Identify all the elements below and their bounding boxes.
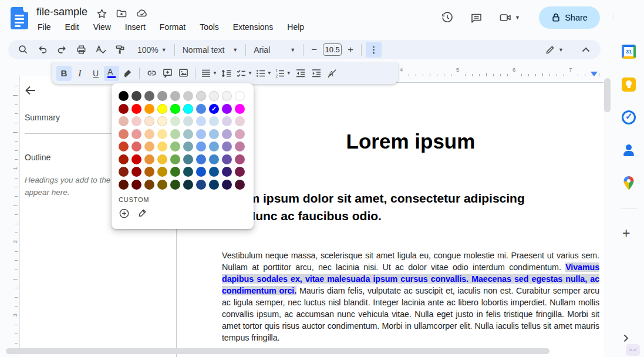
color-swatch-5b0f00[interactable]	[119, 180, 129, 190]
color-swatch-0000ff[interactable]: ✓	[209, 104, 219, 114]
hide-menus-chevron-icon[interactable]	[578, 42, 594, 58]
increase-indent-icon[interactable]	[309, 66, 324, 81]
color-swatch-e6b8af[interactable]	[119, 116, 129, 126]
google-maps-icon[interactable]	[621, 176, 636, 191]
vertical-scrollbar-thumb[interactable]	[604, 78, 611, 112]
color-swatch-d9d9d9[interactable]	[196, 91, 206, 101]
italic-button[interactable]: I	[72, 66, 87, 81]
color-swatch-bf9000[interactable]	[157, 167, 167, 177]
hide-side-panel-chevron-icon[interactable]	[621, 334, 633, 345]
color-swatch-45818e[interactable]	[183, 154, 193, 164]
color-swatch-4c1130[interactable]	[235, 180, 245, 190]
bold-button[interactable]: B	[56, 66, 72, 81]
color-swatch-660000[interactable]	[132, 180, 141, 190]
color-swatch-c9daf8[interactable]	[196, 116, 206, 126]
meet-video-icon[interactable]: ▼	[497, 9, 522, 26]
color-swatch-c27ba0[interactable]	[235, 142, 245, 151]
line-spacing-icon[interactable]	[219, 66, 234, 81]
color-swatch-00ffff[interactable]	[183, 104, 193, 114]
color-swatch-ffd966[interactable]	[157, 142, 167, 151]
undo-icon[interactable]	[35, 42, 50, 58]
google-tasks-icon[interactable]: ✓	[621, 110, 636, 125]
star-icon[interactable]	[96, 8, 107, 19]
color-swatch-674ea7[interactable]	[222, 154, 232, 164]
color-swatch-93c47d[interactable]	[170, 142, 180, 151]
color-swatch-741b47[interactable]	[235, 167, 245, 177]
color-swatch-9fc5e8[interactable]	[209, 129, 219, 139]
font-size-input[interactable]: 10.5	[323, 43, 342, 56]
color-swatch-d9d2e9[interactable]	[222, 116, 232, 126]
zoom-select[interactable]: 100% ▼	[134, 42, 170, 58]
color-swatch-351c75[interactable]	[222, 167, 232, 177]
color-swatch-cccccc[interactable]	[183, 91, 193, 101]
color-swatch-d5a6bd[interactable]	[235, 129, 245, 139]
color-swatch-0b5394[interactable]	[209, 167, 219, 177]
doc-heading-title[interactable]: Lorem ipsum	[222, 130, 599, 153]
numbered-list-button[interactable]: 12 ▼	[274, 66, 292, 81]
editing-mode-select[interactable]: ▼	[541, 42, 567, 58]
color-swatch-ead1dc[interactable]	[235, 116, 245, 126]
color-swatch-e69138[interactable]	[144, 154, 154, 164]
insert-link-icon[interactable]	[144, 66, 159, 81]
align-button[interactable]: ▼	[200, 66, 218, 81]
color-swatch-ff00ff[interactable]	[235, 104, 245, 114]
color-swatch-ffff00[interactable]	[157, 104, 167, 114]
share-button[interactable]: Share	[539, 6, 600, 29]
color-swatch-7f6000[interactable]	[157, 180, 167, 190]
color-swatch-999999[interactable]	[157, 91, 167, 101]
decrease-indent-icon[interactable]	[293, 66, 308, 81]
color-swatch-ea9999[interactable]	[132, 129, 141, 139]
doc-subtitle[interactable]: Lorem ipsum dolor sit amet, consectetur …	[222, 190, 599, 225]
color-swatch-434343[interactable]	[132, 91, 141, 101]
color-swatch-8e7cc3[interactable]	[222, 142, 232, 151]
color-swatch-ffe599[interactable]	[157, 129, 167, 139]
doc-paragraph[interactable]: Vestibulum neque massa, scelerisque sit …	[222, 250, 599, 343]
color-swatch-a2c4c9[interactable]	[183, 129, 193, 139]
horizontal-scrollbar-thumb[interactable]	[6, 348, 549, 354]
color-swatch-38761d[interactable]	[170, 167, 180, 177]
menu-view[interactable]: View	[91, 21, 113, 33]
underline-button[interactable]: U	[88, 66, 103, 81]
color-swatch-d9ead3[interactable]	[170, 116, 180, 126]
color-swatch-f9cb9c[interactable]	[144, 129, 154, 139]
add-custom-color-icon[interactable]	[119, 208, 130, 219]
color-swatch-9900ff[interactable]	[222, 104, 232, 114]
color-swatch-3d85c6[interactable]	[209, 154, 219, 164]
paragraph-style-select[interactable]: Normal text ▼	[179, 42, 242, 58]
color-swatch-cfe2f3[interactable]	[209, 116, 219, 126]
color-swatch-f6b26b[interactable]	[144, 142, 154, 151]
get-addons-plus-icon[interactable]: +	[622, 225, 630, 241]
menu-edit[interactable]: Edit	[63, 21, 82, 33]
color-swatch-b6d7a8[interactable]	[170, 129, 180, 139]
color-swatch-e06666[interactable]	[132, 142, 141, 151]
back-arrow-icon[interactable]	[23, 83, 39, 99]
highlight-color-button[interactable]	[120, 66, 135, 81]
color-swatch-f1c232[interactable]	[157, 154, 167, 164]
google-contacts-icon[interactable]	[621, 143, 636, 158]
color-swatch-980000[interactable]	[119, 104, 129, 114]
font-size-increase-button[interactable]: +	[344, 44, 357, 56]
color-swatch-00ff00[interactable]	[170, 104, 180, 114]
cloud-status-icon[interactable]	[136, 8, 149, 19]
paint-format-icon[interactable]	[112, 42, 128, 58]
color-swatch-efefef[interactable]	[209, 91, 219, 101]
redo-icon[interactable]	[54, 42, 70, 58]
menu-insert[interactable]: Insert	[123, 21, 148, 33]
color-swatch-6d9eeb[interactable]	[196, 142, 206, 151]
color-swatch-000000[interactable]	[119, 91, 129, 101]
checklist-button[interactable]: ▼	[235, 66, 254, 81]
color-swatch-0c343d[interactable]	[183, 180, 193, 190]
comments-icon[interactable]	[468, 9, 484, 26]
color-swatch-fff2cc[interactable]	[157, 116, 167, 126]
color-swatch-6aa84f[interactable]	[170, 154, 180, 164]
color-swatch-073763[interactable]	[209, 180, 219, 190]
spellcheck-icon[interactable]	[93, 42, 109, 58]
version-history-icon[interactable]	[439, 9, 456, 26]
more-options-button[interactable]: ⋮	[366, 42, 382, 58]
color-swatch-666666[interactable]	[144, 91, 154, 101]
eyedropper-icon[interactable]	[137, 208, 147, 218]
add-comment-icon[interactable]	[160, 66, 175, 81]
text-color-button[interactable]: A	[104, 66, 119, 81]
color-swatch-a64d79[interactable]	[235, 154, 245, 164]
menu-format[interactable]: Format	[157, 21, 188, 33]
